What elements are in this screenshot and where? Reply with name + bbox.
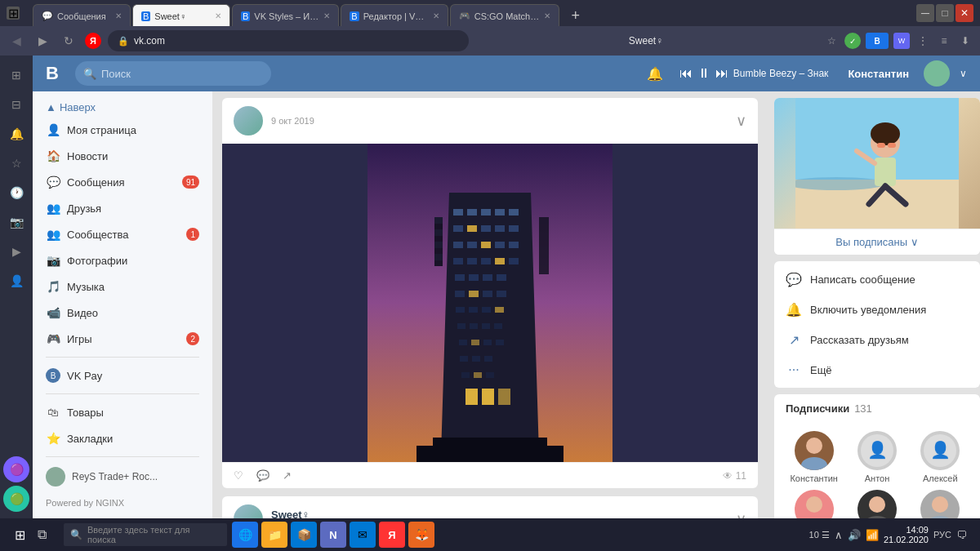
li-teal-icon[interactable]: 🟢 [3, 486, 29, 512]
notifications-action-icon[interactable]: 🗨 [956, 529, 967, 541]
start-button[interactable]: ⊞ [7, 522, 33, 548]
sidebar-item-mypage[interactable]: 👤 Моя страница [33, 117, 212, 143]
li-clock-icon[interactable]: 🕐 [3, 180, 29, 206]
menu-icon[interactable]: ≡ [936, 33, 952, 49]
li-person-icon[interactable]: 👤 [3, 268, 29, 294]
forward-button[interactable]: ▶ [33, 31, 52, 51]
player-next-button[interactable]: ⏭ [715, 66, 728, 81]
taskbar-app-edge[interactable]: 🌐 [232, 522, 258, 548]
post-views: 👁 11 [723, 470, 746, 482]
back-button[interactable]: ◀ [7, 31, 26, 51]
tray-up-icon[interactable]: ∧ [835, 529, 843, 541]
li-star-icon[interactable]: ☆ [3, 150, 29, 176]
svg-point-78 [869, 496, 885, 513]
vkpay-icon: В [46, 368, 60, 383]
tell-friends-action[interactable]: ↗ Рассказать друзьям [774, 325, 980, 355]
enable-notifications-action[interactable]: 🔔 Включить уведомления [774, 295, 980, 325]
follower-item-3[interactable]: Ирина [786, 490, 842, 518]
search-input[interactable] [101, 68, 248, 80]
task-view-button[interactable]: ⧉ [38, 524, 59, 545]
li-purple-icon[interactable]: 🟣 [3, 456, 29, 482]
taskbar-app-mail[interactable]: ✉ [350, 522, 376, 548]
post-more-button[interactable]: ∨ [736, 112, 746, 130]
post2-more-button[interactable]: ∨ [736, 510, 746, 518]
taskbar-app-store[interactable]: 📦 [291, 522, 317, 548]
tab-vkstyles-label: VK Styles – Интернет-ма... [254, 11, 319, 21]
li-home-icon[interactable]: ⊞ [3, 62, 29, 88]
search-box[interactable]: 🔍 [75, 61, 271, 86]
li-cam-icon[interactable]: 📷 [3, 209, 29, 235]
tab-editor[interactable]: В Редактор | VK STYLES: Ва... ✕ [341, 4, 448, 27]
network-icon[interactable]: 📶 [866, 529, 879, 541]
follower-item-4[interactable]: El [849, 490, 905, 518]
post-image-1[interactable] [222, 144, 758, 462]
player-pause-button[interactable]: ⏸ [697, 66, 710, 81]
sidebar-item-messages[interactable]: 💬 Сообщения 91 [33, 169, 212, 195]
notifications-bell[interactable]: 🔔 [647, 66, 663, 82]
tab-csgo[interactable]: 🎮 CS:GO Matches & livescor... ✕ [450, 4, 559, 27]
like-button[interactable]: ♡ [234, 469, 243, 482]
new-tab-button[interactable]: + [564, 4, 587, 27]
sidebar-item-vkpay[interactable]: В VK Pay [33, 362, 212, 389]
svg-rect-6 [509, 209, 519, 216]
sidebar-games-label: Игры [67, 333, 92, 345]
sidebar-group-item[interactable]: ReyS Trade+ Roc... [33, 462, 212, 491]
tab-active-close-icon[interactable]: ✕ [215, 11, 221, 20]
share-button[interactable]: ↗ [283, 469, 292, 482]
follower-item-2[interactable]: 👤 Алексей [912, 431, 969, 483]
taskbar-app-explorer[interactable]: 📁 [261, 522, 287, 548]
svg-rect-53 [460, 356, 468, 362]
taskbar-app-n[interactable]: N [320, 522, 346, 548]
taskbar-app-yandex[interactable]: Я [379, 522, 405, 548]
bookmark-icon[interactable]: ☆ [823, 33, 840, 49]
write-message-action[interactable]: 💬 Написать сообщение [774, 264, 980, 295]
user-avatar[interactable] [924, 60, 950, 87]
reload-button[interactable]: ↻ [59, 31, 78, 51]
player-prev-button[interactable]: ⏮ [679, 66, 693, 81]
tab-messages[interactable]: 💬 Сообщения ✕ [33, 4, 131, 27]
taskbar-search[interactable]: 🔍 Введите здесь текст для поиска [64, 523, 227, 546]
download-icon[interactable]: ⬇ [957, 33, 973, 49]
li-play-icon[interactable]: ▶ [3, 238, 29, 264]
extensions-icon[interactable]: ⋮ [915, 33, 931, 49]
window-controls[interactable]: ⊞ [7, 7, 20, 20]
tab-vkstyles-close-icon[interactable]: ✕ [323, 11, 330, 20]
tell-friends-label: Рассказать друзьям [810, 334, 909, 346]
close-button[interactable]: ✕ [956, 4, 973, 22]
taskbar-app-firefox[interactable]: 🦊 [408, 522, 434, 548]
subscribe-button[interactable]: Вы подписаны ∨ [774, 229, 980, 255]
store-icon: 📦 [297, 528, 311, 541]
url-input[interactable]: 🔒 vk.com [108, 30, 469, 51]
more-action[interactable]: ··· Ещё [774, 355, 980, 384]
tab-vkstyles[interactable]: В VK Styles – Интернет-ма... ✕ [232, 4, 339, 27]
followers-title: Подписчики [786, 402, 849, 415]
svg-rect-41 [456, 307, 465, 313]
user-dropdown-icon[interactable]: ∨ [960, 68, 967, 79]
li-grid-icon[interactable]: ⊟ [3, 91, 29, 118]
tab-sweet[interactable]: В Sweet♀ ✕ [132, 4, 230, 27]
sidebar-item-photos[interactable]: 📷 Фотографии [33, 247, 212, 273]
minimize-button[interactable]: ─ [916, 4, 934, 22]
follower-item-5[interactable]: Николай [912, 490, 969, 518]
volume-icon[interactable]: 🔊 [848, 529, 861, 541]
svg-rect-9 [481, 225, 491, 232]
comment-button[interactable]: 💬 [256, 469, 270, 482]
follower-item-1[interactable]: 👤 Антон [849, 431, 905, 483]
tab-close-icon[interactable]: ✕ [115, 11, 122, 20]
sidebar-item-games[interactable]: 🎮 Игры 2 [33, 326, 212, 352]
tab-editor-close-icon[interactable]: ✕ [433, 11, 439, 20]
li-bell-icon[interactable]: 🔔 [3, 121, 29, 147]
svg-rect-11 [509, 225, 519, 232]
date: 21.02.2020 [884, 535, 929, 544]
sidebar-item-tovary[interactable]: 🛍 Товары [33, 399, 212, 425]
tab-csgo-close-icon[interactable]: ✕ [544, 11, 550, 20]
sidebar-item-video[interactable]: 📹 Видео [33, 300, 212, 326]
sidebar-item-friends[interactable]: 👥 Друзья [33, 195, 212, 221]
sidebar-item-zakladki[interactable]: ⭐ Закладки [33, 425, 212, 451]
sidebar-item-communities[interactable]: 👥 Сообщества 1 [33, 221, 212, 247]
sidebar-item-news[interactable]: 🏠 Новости [33, 143, 212, 169]
maximize-button[interactable]: □ [936, 4, 954, 22]
back-to-top-link[interactable]: ▲ Наверх [33, 98, 212, 117]
follower-item-0[interactable]: Константин [786, 431, 842, 483]
sidebar-item-music[interactable]: 🎵 Музыка [33, 273, 212, 300]
